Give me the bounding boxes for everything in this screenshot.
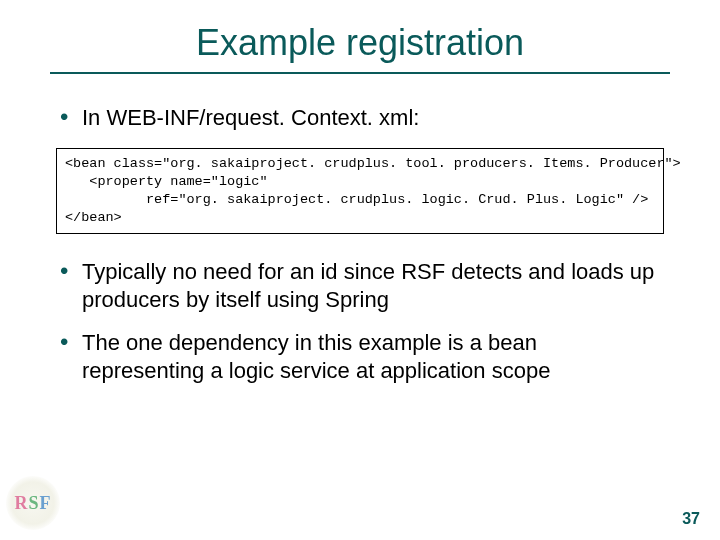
- code-block: <bean class="org. sakaiproject. crudplus…: [56, 148, 664, 235]
- logo-circle: RSF: [6, 476, 60, 530]
- bullet-intro: In WEB-INF/request. Context. xml:: [56, 104, 664, 132]
- bullet-point-1: Typically no need for an id since RSF de…: [56, 258, 664, 313]
- logo-letter-f: F: [40, 493, 52, 513]
- logo-letter-r: R: [14, 493, 28, 513]
- bullet-list-top: In WEB-INF/request. Context. xml:: [56, 104, 664, 132]
- page-number: 37: [682, 510, 700, 528]
- slide-title: Example registration: [0, 0, 720, 72]
- rsf-logo: RSF: [6, 476, 60, 530]
- logo-text: RSF: [14, 493, 51, 514]
- title-underline: [50, 72, 670, 74]
- bullet-point-2: The one dependency in this example is a …: [56, 329, 664, 384]
- slide-content: In WEB-INF/request. Context. xml: <bean …: [0, 104, 720, 384]
- logo-letter-s: S: [28, 493, 39, 513]
- bullet-list-bottom: Typically no need for an id since RSF de…: [56, 258, 664, 384]
